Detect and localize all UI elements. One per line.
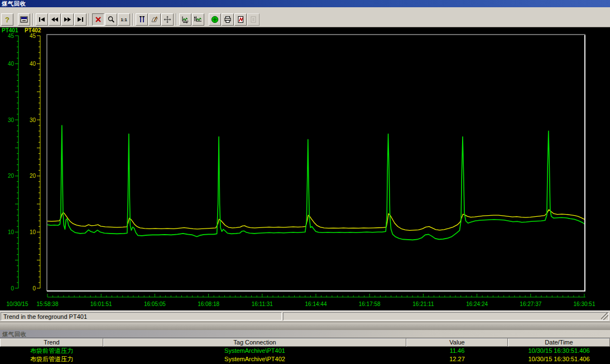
accept-button[interactable] [209,13,221,26]
table-title-bar: 煤气回收 [0,330,610,338]
cell-value: 11.46 [406,347,508,355]
title-bar: 煤气回收 [0,0,610,7]
table-header-value[interactable]: Value [406,338,508,347]
print-button[interactable] [222,13,234,26]
last-record-icon [76,16,84,23]
svg-text:16:21:11: 16:21:11 [412,301,434,307]
toolbar: ?1:1 [0,7,610,27]
svg-text:10: 10 [30,229,36,235]
svg-text:40: 40 [8,61,15,67]
toolbar-separator [32,13,33,26]
cell-trend: 布袋前管道压力 [0,347,103,355]
first-record-button[interactable] [36,13,48,26]
previous-record-icon [51,16,59,23]
table-row[interactable]: 布袋后管道压力SystemArchive\PT40212.2710/30/15 … [0,355,610,363]
svg-text:45: 45 [30,33,36,39]
toolbar-separator [176,13,177,26]
table-header-datetime[interactable]: Date/Time [508,338,610,347]
svg-text:10/30/15: 10/30/15 [7,301,28,307]
original-view-icon: 1:1 [120,16,128,23]
svg-text:16:05:05: 16:05:05 [144,301,166,307]
status-bar: Trend in the foreground PT401 [0,310,610,322]
svg-text:45: 45 [8,33,15,39]
first-record-icon [38,16,46,23]
window-title: 煤气回收 [2,1,26,7]
export-button[interactable] [234,13,247,26]
table-row[interactable]: 布袋前管道压力SystemArchive\PT40111.4610/30/15 … [0,347,610,355]
cell-tag: SystemArchive\PT401 [103,347,406,355]
svg-text:20: 20 [8,173,15,179]
svg-text:1:1: 1:1 [121,17,127,22]
cell-datetime: 10/30/15 16:30:51.406 [508,347,610,355]
table-body: 布袋前管道压力SystemArchive\PT40111.4610/30/15 … [0,347,610,364]
cell-value: 12.27 [406,355,508,363]
select-value-range-button[interactable] [192,13,204,26]
select-time-range-button[interactable] [179,13,191,26]
status-message: Trend in the foreground PT401 [1,312,282,321]
report-button [247,13,260,26]
svg-text:16:08:18: 16:08:18 [198,301,219,307]
zoom-button[interactable] [105,13,117,26]
move-trend-icon [164,16,171,23]
svg-text:0: 0 [11,285,14,292]
cell-trend: 布袋后管道压力 [0,355,103,363]
status-panel-right [283,312,609,321]
time-range-icon [181,16,189,23]
next-record-icon [64,16,71,23]
control-divider [0,322,610,330]
help-icon: ? [3,16,11,23]
print-icon [224,16,232,23]
svg-text:15:58:38: 15:58:38 [37,301,59,307]
svg-text:16:01:51: 16:01:51 [90,301,112,307]
trend-chart-region[interactable]: PT40145403020100PT4024540302010010/30/15… [0,27,610,310]
svg-text:16:11:31: 16:11:31 [252,301,273,307]
chart-background [0,27,610,310]
svg-text:30: 30 [30,117,36,123]
select-trends-button[interactable] [148,13,161,26]
move-trend-button[interactable] [161,13,174,26]
ruler-icon [138,16,146,23]
properties-icon [20,16,28,23]
ruler-button[interactable] [136,13,148,26]
cell-tag: SystemArchive\PT402 [103,355,406,363]
table-title: 煤气回收 [2,331,27,337]
svg-text:16:24:24: 16:24:24 [466,301,488,307]
svg-text:20: 20 [30,173,36,179]
previous-record-button[interactable] [49,13,61,26]
help-button[interactable]: ? [1,13,13,26]
svg-text:16:17:58: 16:17:58 [359,301,381,307]
accept-icon [211,16,219,23]
stop-update-icon [94,16,102,23]
export-icon [237,16,244,23]
table-header: TrendTag ConnectionValueDate/Time [0,338,610,347]
svg-text:30: 30 [8,117,15,123]
toolbar-separator [132,13,133,26]
zoom-icon [107,16,115,23]
svg-text:16:27:37: 16:27:37 [520,301,541,307]
svg-text:?: ? [5,16,9,23]
select-trends-icon [151,16,158,23]
trend-chart[interactable]: PT40145403020100PT4024540302010010/30/15… [0,27,610,310]
report-icon [249,16,257,23]
stop-update-button[interactable] [92,13,104,26]
toolbar-separator [89,13,90,26]
next-record-button[interactable] [61,13,74,26]
resize-grip-icon[interactable] [601,313,608,320]
svg-text:40: 40 [30,61,36,67]
svg-text:16:30:51: 16:30:51 [574,301,595,307]
svg-text:16:14:44: 16:14:44 [305,301,327,307]
table-header-tag[interactable]: Tag Connection [103,338,406,347]
original-view-button[interactable]: 1:1 [118,13,130,26]
table-header-trend[interactable]: Trend [0,338,103,347]
cell-datetime: 10/30/15 16:30:51.406 [508,355,610,363]
svg-text:10: 10 [8,229,15,235]
last-record-button[interactable] [74,13,87,26]
properties-button[interactable] [18,13,30,26]
svg-text:0: 0 [32,285,36,292]
trend-window: 煤气回收 ?1:1 PT40145403020100PT402454030201… [0,0,610,364]
value-range-icon [194,16,202,23]
